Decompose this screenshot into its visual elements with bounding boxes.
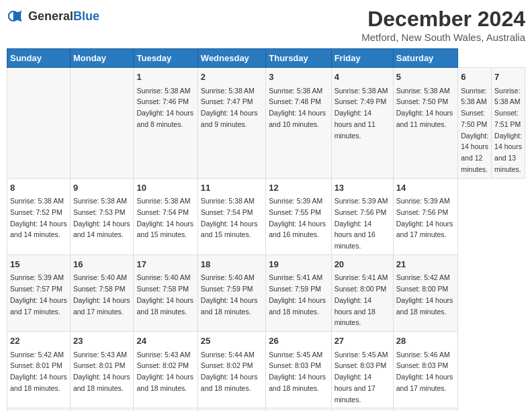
logo-icon bbox=[7, 7, 26, 26]
calendar-week-row: 15Sunrise: 5:39 AMSunset: 7:57 PMDayligh… bbox=[7, 255, 525, 331]
calendar-week-row: 22Sunrise: 5:42 AMSunset: 8:01 PMDayligh… bbox=[7, 332, 525, 408]
calendar-day-cell: 29Sunrise: 5:46 AMSunset: 8:04 PMDayligh… bbox=[7, 408, 71, 411]
day-number: 25 bbox=[201, 334, 263, 348]
day-sunset: Sunset: 7:53 PM bbox=[73, 208, 126, 216]
weekday-header-thursday: Thursday bbox=[266, 49, 331, 68]
day-daylight: Daylight: 14 hours and 17 minutes. bbox=[396, 220, 453, 239]
day-daylight: Daylight: 14 hours and 18 minutes. bbox=[201, 296, 258, 316]
day-sunset: Sunset: 7:48 PM bbox=[269, 97, 321, 105]
day-daylight: Daylight: 14 hours and 11 minutes. bbox=[335, 109, 375, 140]
day-sunset: Sunset: 7:55 PM bbox=[269, 208, 321, 216]
calendar-day-cell: 11Sunrise: 5:38 AMSunset: 7:54 PMDayligh… bbox=[197, 178, 265, 255]
day-daylight: Daylight: 14 hours and 17 minutes. bbox=[335, 373, 375, 404]
day-sunset: Sunset: 7:49 PM bbox=[335, 97, 387, 105]
day-number: 23 bbox=[73, 334, 131, 348]
day-sunrise: Sunrise: 5:38 AM bbox=[201, 197, 255, 205]
calendar-body: 1Sunrise: 5:38 AMSunset: 7:46 PMDaylight… bbox=[7, 68, 525, 412]
calendar-day-cell bbox=[197, 408, 265, 411]
day-sunrise: Sunrise: 5:38 AM bbox=[10, 197, 64, 205]
day-sunset: Sunset: 7:58 PM bbox=[136, 285, 189, 293]
day-sunset: Sunset: 7:50 PM bbox=[461, 109, 487, 128]
day-daylight: Daylight: 14 hours and 16 minutes. bbox=[269, 220, 326, 239]
calendar-day-cell: 20Sunrise: 5:41 AMSunset: 8:00 PMDayligh… bbox=[331, 255, 393, 331]
day-number: 6 bbox=[461, 71, 488, 84]
calendar-day-cell: 27Sunrise: 5:45 AMSunset: 8:03 PMDayligh… bbox=[331, 332, 393, 408]
day-sunset: Sunset: 7:59 PM bbox=[269, 285, 321, 293]
day-number: 28 bbox=[396, 334, 455, 348]
logo-text-general: General bbox=[28, 9, 73, 23]
day-sunrise: Sunrise: 5:44 AM bbox=[201, 351, 255, 359]
day-sunrise: Sunrise: 5:39 AM bbox=[269, 197, 322, 205]
day-daylight: Daylight: 14 hours and 18 minutes. bbox=[201, 373, 258, 392]
calendar-day-cell: 25Sunrise: 5:44 AMSunset: 8:02 PMDayligh… bbox=[197, 332, 265, 408]
day-sunset: Sunset: 7:51 PM bbox=[494, 109, 521, 128]
day-number: 18 bbox=[201, 258, 263, 271]
day-sunset: Sunset: 7:46 PM bbox=[136, 97, 189, 105]
calendar-day-cell: 7Sunrise: 5:38 AMSunset: 7:51 PMDaylight… bbox=[492, 68, 525, 179]
calendar-day-cell: 24Sunrise: 5:43 AMSunset: 8:02 PMDayligh… bbox=[134, 332, 197, 408]
day-sunrise: Sunrise: 5:42 AM bbox=[396, 273, 450, 281]
calendar-day-cell: 23Sunrise: 5:43 AMSunset: 8:01 PMDayligh… bbox=[70, 332, 134, 408]
calendar-day-cell: 26Sunrise: 5:45 AMSunset: 8:03 PMDayligh… bbox=[266, 332, 331, 408]
day-number: 15 bbox=[10, 258, 67, 271]
day-daylight: Daylight: 14 hours and 10 minutes. bbox=[269, 109, 326, 128]
day-sunset: Sunset: 7:50 PM bbox=[396, 97, 449, 105]
weekday-header-monday: Monday bbox=[70, 49, 134, 68]
day-daylight: Daylight: 14 hours and 18 minutes. bbox=[396, 296, 453, 316]
day-sunset: Sunset: 7:54 PM bbox=[136, 208, 189, 216]
day-number: 2 bbox=[201, 71, 263, 84]
location-title: Metford, New South Wales, Australia bbox=[361, 32, 525, 43]
calendar-day-cell: 31Sunrise: 5:48 AMSunset: 8:04 PMDayligh… bbox=[134, 408, 197, 411]
day-number: 21 bbox=[396, 258, 455, 271]
calendar-day-cell bbox=[266, 408, 331, 411]
day-sunset: Sunset: 8:03 PM bbox=[396, 361, 449, 369]
day-sunset: Sunset: 8:02 PM bbox=[136, 361, 189, 369]
day-sunrise: Sunrise: 5:45 AM bbox=[335, 351, 388, 359]
weekday-header-saturday: Saturday bbox=[393, 49, 458, 68]
weekday-header-wednesday: Wednesday bbox=[197, 49, 265, 68]
day-sunset: Sunset: 8:00 PM bbox=[335, 285, 387, 293]
calendar-day-cell: 9Sunrise: 5:38 AMSunset: 7:53 PMDaylight… bbox=[70, 178, 134, 255]
day-sunrise: Sunrise: 5:38 AM bbox=[269, 87, 322, 95]
day-number: 10 bbox=[136, 181, 194, 195]
day-sunset: Sunset: 8:01 PM bbox=[10, 361, 62, 369]
day-sunset: Sunset: 7:52 PM bbox=[10, 208, 62, 216]
day-sunrise: Sunrise: 5:40 AM bbox=[73, 273, 127, 281]
day-sunset: Sunset: 7:54 PM bbox=[201, 208, 253, 216]
day-number: 9 bbox=[73, 181, 131, 195]
day-number: 26 bbox=[269, 334, 328, 348]
day-number: 19 bbox=[269, 258, 328, 271]
day-number: 16 bbox=[73, 258, 131, 271]
weekday-header-friday: Friday bbox=[331, 49, 393, 68]
day-sunset: Sunset: 8:00 PM bbox=[396, 285, 449, 293]
title-block: December 2024 Metford, New South Wales, … bbox=[361, 7, 525, 43]
calendar-day-cell: 5Sunrise: 5:38 AMSunset: 7:50 PMDaylight… bbox=[393, 68, 458, 179]
day-daylight: Daylight: 14 hours and 18 minutes. bbox=[136, 296, 193, 316]
calendar-day-cell: 8Sunrise: 5:38 AMSunset: 7:52 PMDaylight… bbox=[7, 178, 71, 255]
day-sunset: Sunset: 8:02 PM bbox=[201, 361, 253, 369]
day-sunrise: Sunrise: 5:45 AM bbox=[269, 351, 322, 359]
day-daylight: Daylight: 14 hours and 18 minutes. bbox=[269, 296, 326, 316]
day-daylight: Daylight: 14 hours and 18 minutes. bbox=[136, 373, 193, 392]
day-sunset: Sunset: 7:58 PM bbox=[73, 285, 126, 293]
day-sunset: Sunset: 8:01 PM bbox=[73, 361, 126, 369]
calendar-day-cell: 21Sunrise: 5:42 AMSunset: 8:00 PMDayligh… bbox=[393, 255, 458, 331]
day-sunrise: Sunrise: 5:39 AM bbox=[396, 197, 450, 205]
calendar-day-cell: 19Sunrise: 5:41 AMSunset: 7:59 PMDayligh… bbox=[266, 255, 331, 331]
day-daylight: Daylight: 14 hours and 18 minutes. bbox=[269, 373, 326, 392]
day-number: 12 bbox=[269, 181, 328, 195]
day-sunrise: Sunrise: 5:38 AM bbox=[335, 87, 388, 95]
day-sunrise: Sunrise: 5:39 AM bbox=[335, 197, 388, 205]
day-sunset: Sunset: 7:56 PM bbox=[396, 208, 449, 216]
day-daylight: Daylight: 14 hours and 14 minutes. bbox=[10, 220, 67, 239]
calendar-day-cell bbox=[7, 68, 71, 179]
day-number: 17 bbox=[136, 258, 194, 271]
day-number: 14 bbox=[396, 181, 455, 195]
day-daylight: Daylight: 14 hours and 14 minutes. bbox=[73, 220, 130, 239]
calendar-day-cell bbox=[331, 408, 393, 411]
calendar-day-cell: 16Sunrise: 5:40 AMSunset: 7:58 PMDayligh… bbox=[70, 255, 134, 331]
calendar-day-cell: 22Sunrise: 5:42 AMSunset: 8:01 PMDayligh… bbox=[7, 332, 71, 408]
calendar-day-cell: 14Sunrise: 5:39 AMSunset: 7:56 PMDayligh… bbox=[393, 178, 458, 255]
calendar-day-cell bbox=[393, 408, 458, 411]
day-sunrise: Sunrise: 5:40 AM bbox=[201, 273, 255, 281]
